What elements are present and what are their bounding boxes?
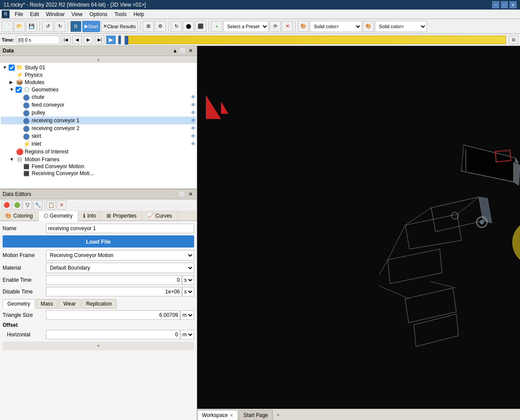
palette-button[interactable]: 🎨: [298, 21, 309, 32]
enable-time-input[interactable]: [46, 275, 182, 285]
tree-item-receiving-conveyor-2[interactable]: ⬤ receiving conveyor 2 👁: [1, 124, 196, 132]
add-button[interactable]: +: [211, 21, 222, 32]
tree-item-skirt[interactable]: ⬤ skirt 👁: [1, 132, 196, 140]
data-scroll-up[interactable]: ▲: [0, 56, 197, 63]
delete-button[interactable]: ✕: [282, 21, 293, 32]
expand-geometries[interactable]: ▼: [10, 87, 16, 92]
tab-coloring[interactable]: 🎨 Coloring: [0, 211, 39, 221]
tree-item-feed-conveyor[interactable]: ⬤ feed conveyor 👁: [1, 101, 196, 109]
ed-remove-button[interactable]: ✕: [57, 200, 66, 210]
rotate-button[interactable]: ↻: [171, 21, 182, 32]
sub-tab-geometry[interactable]: Geometry: [3, 299, 35, 309]
ed-add-button[interactable]: 🟢: [12, 200, 22, 210]
expand-modules[interactable]: ▶: [10, 80, 16, 85]
name-field[interactable]: [46, 224, 194, 233]
timeline-bar[interactable]: [124, 36, 506, 44]
menu-file[interactable]: File: [11, 10, 26, 18]
menu-window[interactable]: Window: [42, 10, 68, 18]
tab-curves[interactable]: 📈 Curves: [142, 211, 178, 221]
ed-copy-button[interactable]: 📋: [46, 200, 56, 210]
eye-chute[interactable]: 👁: [191, 94, 196, 100]
sub-tab-wear[interactable]: Wear: [58, 299, 80, 309]
data-panel-up-button[interactable]: ▲: [172, 47, 179, 54]
eye-inlet[interactable]: 👁: [191, 141, 196, 147]
redo-button[interactable]: ↻: [54, 21, 65, 32]
expand-study01[interactable]: ▼: [3, 65, 9, 70]
tab-properties[interactable]: ⊞ Properties: [101, 211, 142, 221]
eye-feed-conveyor[interactable]: 👁: [191, 102, 196, 108]
clear-results-button[interactable]: ✕ Clear Results: [101, 21, 138, 32]
ed-wrench-button[interactable]: 🔧: [33, 200, 42, 210]
tab-geometry[interactable]: ⬡ Geometry: [39, 211, 78, 221]
skip-end-button[interactable]: ▶|: [95, 36, 104, 44]
tree-item-geometries[interactable]: ▼ ⬡ Geometries: [1, 86, 196, 93]
skip-start-button[interactable]: |◀: [61, 36, 71, 44]
sphere-button[interactable]: ⬤: [183, 21, 194, 32]
tree-item-physics[interactable]: ⚡ Physics: [1, 71, 196, 78]
settings-button[interactable]: ⚙: [155, 21, 166, 32]
tree-item-modules[interactable]: ▶ 📦 Modules: [1, 78, 196, 86]
editors-close-button[interactable]: ✕: [187, 191, 194, 198]
tree-item-feed-conveyor-motion[interactable]: ⬛ Feed Conveyor Motion: [1, 163, 196, 170]
gradient-button[interactable]: 🎨: [363, 21, 374, 32]
new-button[interactable]: 📄: [2, 21, 13, 32]
eye-skirt[interactable]: 👁: [191, 133, 196, 139]
menu-tools[interactable]: Tools: [111, 10, 130, 18]
sub-tab-replication[interactable]: Replication: [81, 299, 117, 309]
menu-options[interactable]: Options: [86, 10, 111, 18]
open-button[interactable]: 📂: [14, 21, 25, 32]
start-button[interactable]: ▶ Start: [82, 21, 100, 32]
step-fwd-button[interactable]: ▶: [84, 36, 93, 44]
minimize-button[interactable]: ─: [492, 1, 499, 8]
eye-receiving-conveyor-1[interactable]: 👁: [191, 117, 196, 124]
triangle-size-unit[interactable]: m: [180, 310, 194, 320]
refresh-button[interactable]: ⟳: [270, 21, 281, 32]
data-panel-close-button[interactable]: ✕: [187, 47, 194, 54]
editors-expand-button[interactable]: ⬜: [179, 191, 186, 198]
rocky-icon-button[interactable]: R: [70, 21, 81, 32]
view-tab-workspace[interactable]: Workspace ✕: [197, 410, 238, 420]
horizontal-input[interactable]: [46, 330, 180, 339]
tree-item-study01[interactable]: ▼ 📁 Study 01: [1, 64, 196, 71]
ed-filter-button[interactable]: ▽: [23, 200, 32, 210]
tree-item-receiving-conveyor-motion[interactable]: ⬛ Receiving Conveyor Moti...: [1, 170, 196, 177]
tree-item-regions[interactable]: 🔴 Regions of Interest: [1, 148, 196, 156]
undo-button[interactable]: ↺: [42, 21, 53, 32]
disable-time-input[interactable]: [46, 287, 182, 296]
timeline-end-button[interactable]: ⊟: [509, 36, 518, 44]
check-study01[interactable]: [9, 65, 15, 71]
check-geometries[interactable]: [16, 87, 22, 93]
horizontal-unit[interactable]: m: [180, 330, 194, 339]
menu-help[interactable]: Help: [130, 10, 148, 18]
play-button[interactable]: ▶: [106, 36, 116, 44]
triangle-size-input[interactable]: [46, 310, 180, 320]
load-file-button[interactable]: Load File: [3, 235, 194, 247]
ed-delete-button[interactable]: 🔴: [2, 200, 11, 210]
close-button[interactable]: ✕: [510, 1, 517, 8]
tree-item-motion-frames[interactable]: ▼ ⊟ Motion Frames: [1, 156, 196, 163]
sub-tab-mass[interactable]: Mass: [36, 299, 58, 309]
color-select-1[interactable]: Solid color>: [310, 21, 362, 32]
data-panel-expand-button[interactable]: ⬜: [179, 47, 186, 54]
view-tab-start-page[interactable]: Start Page: [239, 410, 273, 420]
tree-item-chute[interactable]: ⬤ chute 👁: [1, 93, 196, 101]
color-select-2[interactable]: Solid color>: [375, 21, 427, 32]
maximize-button[interactable]: □: [501, 1, 508, 8]
enable-time-unit[interactable]: s: [182, 275, 194, 285]
motion-frame-select[interactable]: Receiving Conveyor Motion: [46, 250, 194, 260]
menu-view[interactable]: View: [68, 10, 86, 18]
cube-button[interactable]: ⬛: [195, 21, 206, 32]
tab-info[interactable]: ℹ Info: [78, 211, 101, 221]
expand-motion-frames[interactable]: ▼: [10, 157, 16, 162]
3d-viewport[interactable]: Y X Z: [197, 46, 520, 409]
grid-button[interactable]: ⊞: [143, 21, 154, 32]
preset-select[interactable]: Select a Preset: [223, 21, 269, 32]
tree-item-inlet[interactable]: ⚡ inlet 👁: [1, 140, 196, 148]
tree-item-pulley[interactable]: ⬤ pulley 👁: [1, 109, 196, 117]
workspace-tab-close[interactable]: ✕: [230, 413, 233, 418]
tree-item-receiving-conveyor-1[interactable]: ⬤ receiving conveyor 1 👁: [1, 117, 196, 124]
menu-edit[interactable]: Edit: [26, 10, 42, 18]
disable-time-unit[interactable]: s: [182, 287, 194, 296]
save-button[interactable]: 💾: [26, 21, 37, 32]
content-scroll-down[interactable]: ▼: [3, 342, 194, 350]
